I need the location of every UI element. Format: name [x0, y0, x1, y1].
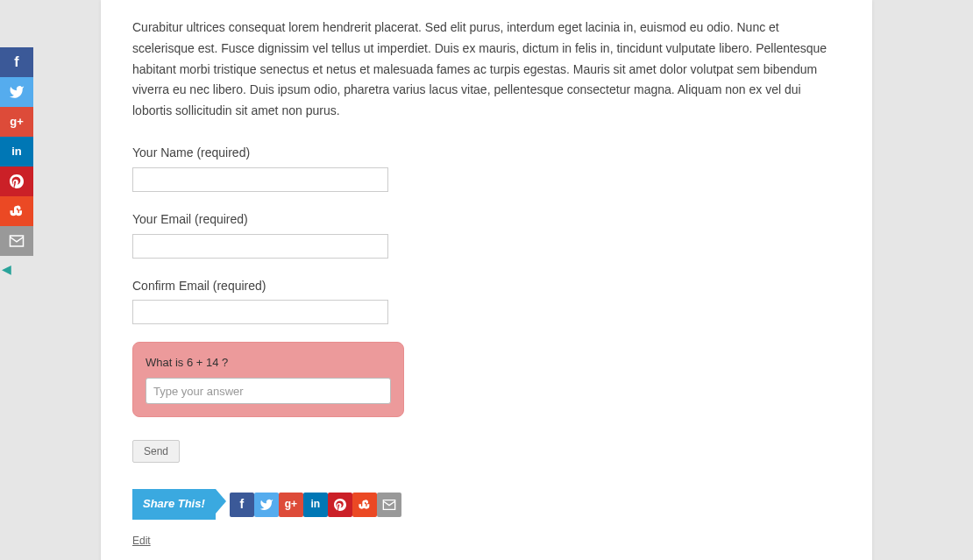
content-card: Curabitur ultrices consequat lorem hendr… — [101, 0, 872, 560]
name-row: Your Name (required) — [132, 143, 841, 192]
hide-sidebar-icon[interactable]: ◀ — [2, 259, 18, 273]
confirm-email-input[interactable] — [132, 300, 388, 324]
vertical-share-bar: f g+ in ◀ — [0, 47, 33, 273]
googleplus-icon[interactable]: g+ — [279, 493, 303, 517]
edit-link[interactable]: Edit — [132, 535, 151, 547]
confirm-email-label: Confirm Email (required) — [132, 276, 841, 297]
pinterest-icon[interactable] — [0, 167, 33, 196]
email-input[interactable] — [132, 234, 388, 259]
facebook-icon[interactable]: f — [0, 47, 33, 77]
twitter-icon[interactable] — [254, 493, 279, 517]
captcha-label: What is 6 + 14 ? — [146, 353, 391, 372]
edit-link-row: Edit — [132, 532, 841, 549]
stumbleupon-icon[interactable] — [0, 196, 33, 226]
share-strip: Share This! f g+ in — [132, 489, 841, 519]
linkedin-icon[interactable]: in — [0, 137, 33, 167]
captcha-box: What is 6 + 14 ? — [132, 342, 404, 417]
name-label: Your Name (required) — [132, 143, 841, 164]
stumbleupon-icon[interactable] — [352, 493, 377, 517]
mail-icon[interactable] — [0, 226, 33, 256]
googleplus-icon[interactable]: g+ — [0, 107, 33, 137]
pinterest-icon[interactable] — [328, 493, 352, 517]
captcha-input[interactable] — [146, 378, 391, 404]
share-this-badge: Share This! — [132, 489, 216, 519]
email-row: Your Email (required) — [132, 209, 841, 259]
mail-icon[interactable] — [377, 493, 401, 517]
linkedin-icon[interactable]: in — [303, 493, 328, 517]
share-icons-row: f g+ in — [230, 493, 401, 517]
name-input[interactable] — [132, 167, 388, 192]
intro-paragraph: Curabitur ultrices consequat lorem hendr… — [132, 18, 841, 122]
confirm-email-row: Confirm Email (required) — [132, 276, 841, 325]
twitter-icon[interactable] — [0, 77, 33, 107]
send-button[interactable]: Send — [132, 440, 180, 463]
facebook-icon[interactable]: f — [230, 493, 254, 517]
email-label: Your Email (required) — [132, 209, 841, 230]
